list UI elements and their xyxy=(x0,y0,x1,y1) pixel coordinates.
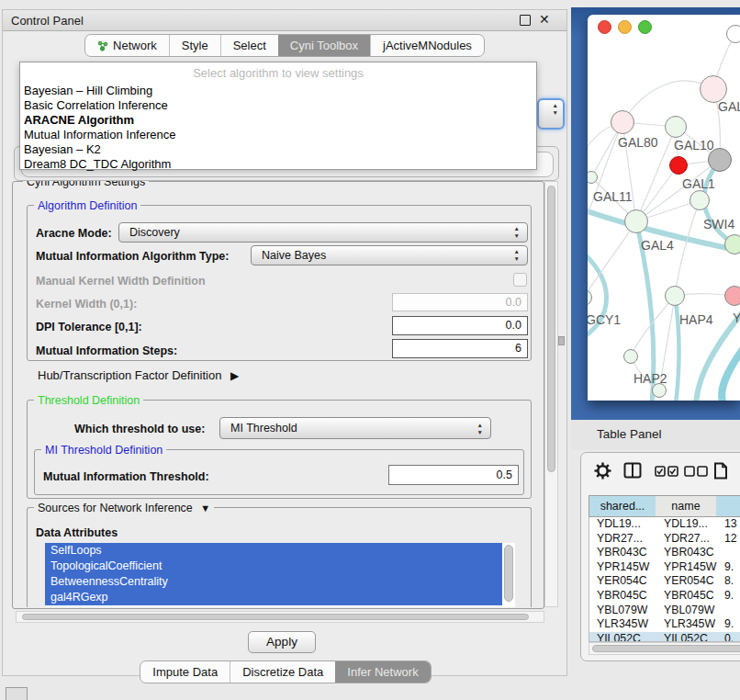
table-panel-header: Table Panel xyxy=(571,420,740,450)
network-node-red[interactable] xyxy=(669,156,688,175)
table-cell[interactable]: 12 xyxy=(717,532,740,547)
node-label: GAL10 xyxy=(674,138,714,152)
network-tab-icon xyxy=(97,40,108,51)
apply-button[interactable]: Apply xyxy=(248,631,316,653)
attribute-item[interactable]: SelfLoops xyxy=(45,543,502,559)
tab-cyni-toolbox[interactable]: Cyni Toolbox xyxy=(278,35,370,56)
table-cell[interactable] xyxy=(717,604,740,618)
which-threshold-combo[interactable]: MI Threshold ▲▼ xyxy=(219,417,491,439)
select-all-checkboxes-icon[interactable] xyxy=(655,466,678,477)
settings-horizontal-scrollbar[interactable] xyxy=(16,611,544,623)
algorithm-option[interactable]: Bayesian – Hill Climbing xyxy=(24,84,152,97)
collapse-down-triangle-icon[interactable]: ▼ xyxy=(200,502,210,514)
table-cell[interactable]: 9. xyxy=(717,617,740,632)
table-cell[interactable] xyxy=(717,546,740,560)
network-node-gal1[interactable] xyxy=(690,190,710,210)
attribute-item[interactable]: gal4RGexp xyxy=(45,590,502,605)
settings-hscroll-thumb[interactable] xyxy=(22,614,529,620)
tab-style[interactable]: Style xyxy=(169,35,220,56)
attribute-item[interactable]: BetweennessCentrality xyxy=(45,574,502,590)
kernel-width-field[interactable]: 0.0 xyxy=(392,293,528,311)
table-cell[interactable]: YBL079W xyxy=(589,604,657,618)
table-cell[interactable]: 9. xyxy=(717,589,740,604)
mi-steps-field[interactable]: 6 xyxy=(392,339,528,358)
list-scrollbar-thumb[interactable] xyxy=(504,545,513,602)
table-cell[interactable]: YER054C xyxy=(589,574,657,589)
algorithm-option[interactable]: Bayesian – K2 xyxy=(24,142,101,156)
aracne-mode-combo[interactable]: Discovery ▲▼ xyxy=(118,222,528,243)
document-icon[interactable] xyxy=(713,462,728,480)
mi-threshold-field[interactable]: 0.5 xyxy=(388,465,519,485)
manual-kernel-width-label: Manual Kernel Width Definition xyxy=(36,275,206,288)
float-window-icon[interactable] xyxy=(520,15,531,26)
table-cell[interactable]: YDL19... xyxy=(656,517,718,532)
column-header-shared[interactable]: shared... xyxy=(589,495,656,517)
gear-icon[interactable] xyxy=(594,462,611,480)
table-cell[interactable]: YLR345W xyxy=(656,617,718,632)
table-horizontal-scrollbar[interactable] xyxy=(589,642,740,655)
top-tab-bar: Network Style Select Cyni Toolbox jActiv… xyxy=(3,34,566,57)
tab-select[interactable]: Select xyxy=(220,35,278,56)
column-header-name[interactable]: name xyxy=(656,495,717,517)
settings-vertical-scrollbar[interactable] xyxy=(544,181,558,607)
mi-algorithm-type-combo[interactable]: Naive Bayes ▲▼ xyxy=(251,245,528,265)
network-node-y[interactable] xyxy=(724,286,740,306)
which-threshold-label: Which threshold to use: xyxy=(74,423,205,435)
tab-discretize-data[interactable]: Discretize Data xyxy=(230,661,335,683)
tab-impute-data[interactable]: Impute Data xyxy=(140,661,230,683)
table-cell[interactable]: YBR043C xyxy=(656,546,718,560)
panel-splitter-handle[interactable] xyxy=(558,336,565,345)
table-cell[interactable]: 8. xyxy=(717,574,740,589)
minimized-panel-icon[interactable] xyxy=(6,687,28,700)
tab-network[interactable]: Network xyxy=(85,35,169,56)
hub-definition-toggle[interactable]: Hub/Transcription Factor Definition ▶ xyxy=(38,368,239,382)
algorithm-definition-title: Algorithm Definition xyxy=(34,199,140,212)
table-cell[interactable]: YDL19... xyxy=(589,517,657,532)
network-node-hap4[interactable] xyxy=(665,286,685,306)
attribute-item[interactable]: TopologicalCoefficient xyxy=(45,559,502,574)
close-icon[interactable]: ✕ xyxy=(539,12,550,27)
network-node-hap2[interactable] xyxy=(623,349,638,364)
table-cell[interactable]: YBL079W xyxy=(656,604,718,618)
algorithm-option[interactable]: Basic Correlation Inference xyxy=(24,98,168,112)
table-cell[interactable]: 13 xyxy=(717,517,740,532)
node-label: GAL4 xyxy=(641,238,674,253)
dpi-tolerance-label: DPI Tolerance [0,1]: xyxy=(36,321,142,333)
network-edges xyxy=(588,15,740,401)
table-cell[interactable]: YBR045C xyxy=(656,589,718,604)
split-panel-icon[interactable] xyxy=(623,462,642,479)
table-cell[interactable]: YPR145W xyxy=(656,560,718,575)
algorithm-option[interactable]: Dream8 DC_TDC Algorithm xyxy=(24,157,171,171)
table-cell[interactable]: YDR27... xyxy=(656,532,718,547)
mi-algorithm-type-label: Mutual Information Algorithm Type: xyxy=(36,250,229,263)
table-cell[interactable]: YPR145W xyxy=(589,560,657,575)
focused-combo-fragment[interactable]: ▲▼ xyxy=(537,98,565,130)
table-hscroll-thumb[interactable] xyxy=(592,645,740,652)
table-cell[interactable]: YBR045C xyxy=(589,589,657,604)
desktop-background: GAL GAL80 GAL10 GAL11 GAL1 GAL4 SWI4 GCY… xyxy=(571,7,740,420)
settings-vscroll-thumb[interactable] xyxy=(547,186,555,472)
dpi-tolerance-field[interactable]: 0.0 xyxy=(392,316,528,335)
table-cell[interactable]: 0. xyxy=(717,632,740,642)
column-header-3[interactable] xyxy=(716,495,740,517)
network-node-gal10[interactable] xyxy=(665,116,687,138)
table-cell[interactable]: YIL052C xyxy=(656,632,718,642)
table-cell[interactable]: 9. xyxy=(717,560,740,575)
algorithm-option-selected[interactable]: ARACNE Algorithm xyxy=(24,113,134,127)
network-node-swi4[interactable] xyxy=(724,234,740,254)
table-cell[interactable]: YER054C xyxy=(656,574,718,589)
table-cell[interactable]: YIL052C xyxy=(589,632,657,642)
network-node[interactable] xyxy=(726,25,740,43)
sources-title: Sources for Network Inference ▼ xyxy=(34,502,214,514)
table-cell[interactable]: YBR043C xyxy=(589,546,657,560)
manual-kernel-width-checkbox[interactable] xyxy=(513,273,527,287)
network-node-gal80[interactable] xyxy=(611,110,634,134)
network-node-gal4[interactable] xyxy=(624,209,648,233)
tab-infer-network[interactable]: Infer Network xyxy=(335,661,430,683)
network-view-window[interactable]: GAL GAL80 GAL10 GAL11 GAL1 GAL4 SWI4 GCY… xyxy=(588,15,740,401)
algorithm-option[interactable]: Mutual Information Inference xyxy=(24,128,175,141)
table-cell[interactable]: YDR27... xyxy=(589,532,657,547)
table-cell[interactable]: YLR345W xyxy=(589,617,657,632)
deselect-all-checkboxes-icon[interactable] xyxy=(684,466,708,477)
tab-jactivemnodules[interactable]: jActiveMNodules xyxy=(370,35,484,56)
